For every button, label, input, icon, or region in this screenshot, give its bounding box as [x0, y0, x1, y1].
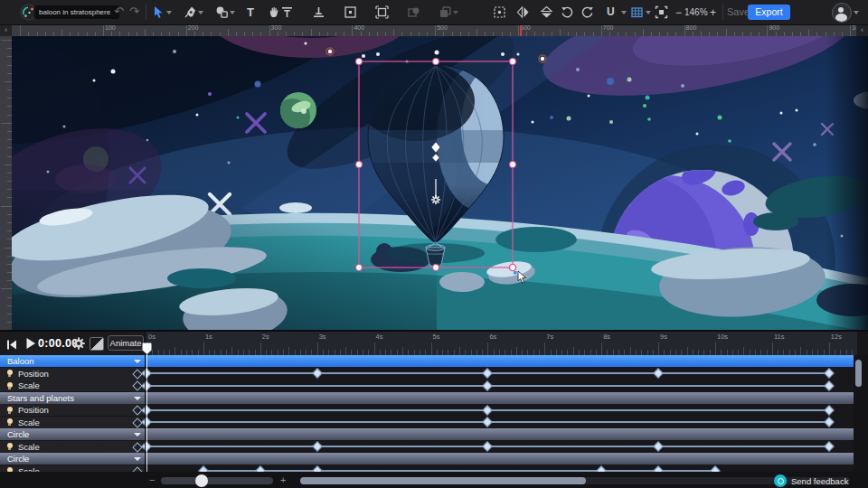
track-property-scale[interactable]: Scale	[0, 441, 145, 453]
playhead-handle[interactable]	[142, 343, 152, 359]
keyframe-diamond[interactable]	[483, 441, 493, 451]
transform-origin-icon[interactable]	[493, 5, 506, 19]
export-button[interactable]: Export	[748, 5, 790, 20]
track-group-circle[interactable]: Circle	[0, 453, 854, 465]
timeline-vertical-scrollbar[interactable]	[855, 360, 862, 387]
hand-tool-icon[interactable]	[268, 5, 281, 19]
artwork-scene	[12, 36, 868, 330]
fit-screen-icon[interactable]	[655, 5, 668, 19]
ruler-label: 100	[105, 24, 116, 31]
track-property-position[interactable]: Position	[0, 404, 145, 416]
keyframe-lane[interactable]	[145, 417, 854, 428]
keyframe-lane[interactable]	[145, 441, 854, 453]
chevron-down-icon[interactable]	[134, 457, 141, 461]
avatar-caret-icon[interactable]	[854, 11, 859, 14]
star-dot	[305, 42, 307, 45]
timeline-ruler-label: 4s	[376, 333, 383, 341]
keyframe-lane[interactable]	[145, 380, 854, 391]
zoom-in-button[interactable]: +	[710, 6, 716, 19]
keyframe-diamond[interactable]	[483, 380, 493, 390]
ruler-label: 800	[686, 24, 697, 31]
union-tool-caret-icon[interactable]	[621, 11, 627, 14]
keyframe-diamond[interactable]	[653, 368, 663, 378]
timeline-hscroll-thumb[interactable]	[300, 477, 586, 484]
rotate-cw-icon[interactable]	[580, 5, 594, 19]
timeline-bottom-bar: − + Send feedback	[0, 472, 868, 488]
keyframe-diamond[interactable]	[312, 368, 322, 378]
union-tool-icon[interactable]: U	[607, 5, 615, 18]
svg-animator-app: baloon in stratosphere ↶ ↷ T	[0, 0, 868, 488]
chevron-down-icon[interactable]	[134, 360, 141, 363]
right-panel-expand-button[interactable]: ‹	[856, 24, 868, 36]
skip-to-start-button[interactable]	[6, 338, 18, 354]
property-label: Position	[18, 368, 49, 380]
timeline-settings-gear-icon[interactable]	[72, 337, 85, 353]
zoom-level-value[interactable]: 146%	[684, 7, 708, 17]
flip-horizontal-icon[interactable]	[516, 5, 530, 19]
flip-vertical-icon[interactable]	[540, 5, 553, 19]
timeline-zoom-out-button[interactable]: −	[149, 474, 155, 485]
save-button[interactable]: Save	[727, 6, 750, 17]
track-label: Baloon	[7, 355, 34, 367]
keyframe-lane[interactable]	[145, 404, 854, 416]
chevron-down-icon[interactable]	[134, 433, 141, 436]
shape-tool-caret-icon[interactable]	[230, 11, 235, 14]
track-group-circle[interactable]: Circle	[0, 428, 854, 440]
keyframe-diamond[interactable]	[824, 368, 834, 378]
group-layers-caret-icon[interactable]	[453, 11, 458, 14]
timeline-ruler[interactable]: 0s1s2s3s4s5s6s7s8s9s10s11s12s	[145, 332, 857, 355]
chevron-down-icon[interactable]	[134, 397, 141, 400]
keyframe-diamond[interactable]	[824, 405, 834, 415]
property-label: Scale	[18, 380, 40, 391]
timeline-ruler-label: 9s	[660, 333, 667, 341]
keyframe-lane[interactable]	[145, 368, 854, 380]
zoom-out-button[interactable]: −	[675, 6, 682, 19]
track-group-baloon[interactable]: Baloon	[0, 355, 854, 367]
project-name-input[interactable]: baloon in stratosphere	[34, 5, 119, 19]
mask-tool-icon[interactable]	[407, 5, 420, 19]
keyframe-diamond[interactable]	[653, 441, 663, 451]
shape-tool-icon[interactable]	[215, 5, 229, 19]
text-tool-icon[interactable]: T	[247, 5, 254, 19]
group-layers-icon[interactable]	[439, 5, 452, 19]
track-property-scale[interactable]: Scale	[0, 417, 145, 428]
timeline-zoom-slider[interactable]	[161, 477, 273, 484]
timeline-zoom-slider-handle[interactable]	[195, 474, 208, 487]
keyframe-diamond[interactable]	[483, 368, 493, 378]
keyframe-diamond[interactable]	[824, 417, 834, 427]
play-button[interactable]	[24, 337, 36, 353]
left-panel-expand-button[interactable]: ›	[0, 24, 12, 36]
avatar[interactable]	[832, 3, 852, 23]
select-tool-caret-icon[interactable]	[166, 11, 172, 14]
star-dot	[627, 78, 632, 82]
ruler-label: 900	[769, 24, 779, 31]
keyframe-diamond[interactable]	[483, 417, 493, 427]
redo-icon[interactable]: ↷	[129, 4, 139, 20]
keyframe-diamond[interactable]	[824, 441, 834, 451]
toolbar-separator	[146, 5, 146, 20]
star-dot	[607, 78, 614, 85]
undo-icon[interactable]: ↶	[114, 4, 124, 20]
canvas-stage[interactable]	[12, 36, 868, 330]
easing-panel-toggle[interactable]	[90, 337, 104, 351]
track-group-stars-and-planets[interactable]: Stars and planets	[0, 392, 854, 404]
expand-selection-icon[interactable]	[375, 5, 389, 19]
fit-selection-icon[interactable]	[344, 5, 357, 19]
grid-view-caret-icon[interactable]	[646, 11, 651, 14]
align-top-icon[interactable]	[280, 5, 294, 19]
track-property-scale[interactable]: Scale	[0, 380, 145, 391]
grid-view-icon[interactable]	[630, 5, 644, 19]
pen-tool-caret-icon[interactable]	[198, 11, 203, 14]
keyframe-diamond[interactable]	[483, 405, 493, 415]
select-tool-icon[interactable]	[152, 5, 165, 19]
timeline-zoom-in-button[interactable]: +	[280, 474, 286, 485]
track-property-position[interactable]: Position	[0, 368, 145, 380]
rotate-ccw-icon[interactable]	[561, 5, 574, 19]
pen-tool-icon[interactable]	[184, 5, 197, 19]
timeline-ruler-label: 0s	[148, 333, 156, 341]
keyframe-diamond[interactable]	[312, 441, 322, 451]
animate-button[interactable]: Animate	[108, 335, 144, 351]
keyframe-diamond[interactable]	[824, 380, 834, 390]
timeline-ruler-label: 8s	[603, 333, 610, 341]
align-bottom-icon[interactable]	[312, 5, 326, 19]
